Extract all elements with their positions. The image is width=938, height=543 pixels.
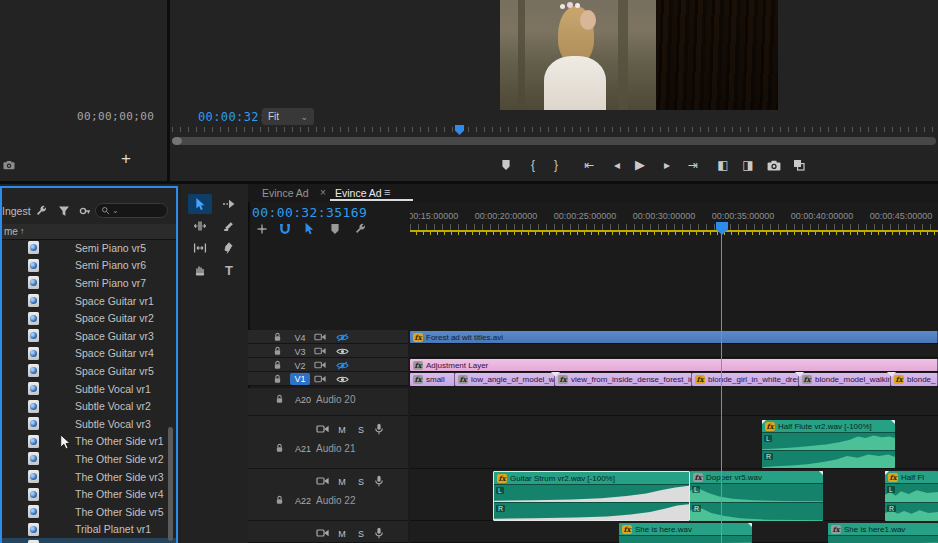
pen-tool[interactable] [217,238,241,258]
lock-icon[interactable] [275,495,284,505]
voiceover-mic-icon[interactable] [374,527,384,539]
ingest-label[interactable]: Ingest [2,205,31,217]
sync-lock-icon[interactable] [314,374,326,384]
ingest-settings-wrench-icon[interactable] [35,205,47,217]
clip-a21-half-flute[interactable]: fxHalf Flute vr2.wav [-100%] L R [762,420,895,468]
lock-icon[interactable] [273,346,282,356]
mute-button[interactable]: M [336,529,348,539]
list-item[interactable]: The Other Side vr5 [2,503,176,521]
clip-v4-forest-ad[interactable]: fx Forest ad wit titles.avi [410,331,938,343]
clip-a23-she-is-here[interactable]: fxShe is here.wav [619,523,752,543]
sync-lock-icon[interactable] [314,332,326,342]
step-forward-button[interactable]: ▸ [657,155,677,175]
clip-a22-guitar-strum-selected[interactable]: fxGuitar Strum vr2.wav [-100%] L R [493,471,690,521]
track-header-a22[interactable]: M S A22 Audio 22 [248,469,408,521]
linked-selection-icon[interactable] [304,222,315,236]
list-item[interactable]: Semi Piano vr5 [2,239,176,257]
list-scrollbar-thumb[interactable] [168,427,173,541]
nest-toggle-icon[interactable] [256,223,268,235]
razor-tool[interactable] [217,216,241,236]
list-item[interactable]: Space Guitar vr1 [2,292,176,310]
clip-v2-adjustment-layer[interactable]: fx Adjustment Layer [410,359,938,371]
slip-tool[interactable] [188,238,212,258]
go-to-out-button[interactable]: ⇥ [683,155,703,175]
track-select-forward-tool[interactable] [217,194,241,214]
list-item[interactable]: Semi Piano vr6 [2,257,176,275]
track-label-v3[interactable]: V3 [290,346,310,358]
eye-icon[interactable] [336,347,349,356]
clip-v1-blonde[interactable]: fxblonde_ [891,373,938,386]
timeline-ruler[interactable]: 00:00:15:00000 00:00:20:00000 00:00:25:0… [410,208,938,230]
clip-v1-blonde-girl[interactable]: fxblonde_girl_in_white_dress_ [692,373,799,386]
step-back-button[interactable]: ◂ [607,155,627,175]
eye-off-icon[interactable] [336,333,349,342]
solo-button[interactable]: S [355,529,367,539]
solo-button[interactable]: S [355,425,367,435]
list-item[interactable]: Semi Piano vr7 [2,274,176,292]
list-item[interactable]: The Other Side vr3 [2,468,176,486]
type-tool[interactable]: T [217,260,241,280]
export-frame-button[interactable] [764,155,784,175]
track-header-a21[interactable]: M S A21 Audio 21 [248,416,408,469]
list-item[interactable]: The Other Side vr2 [2,450,176,468]
eye-off-icon[interactable] [336,361,349,370]
name-column-header[interactable]: me [4,226,18,237]
add-marker-button[interactable] [496,155,516,175]
list-item[interactable]: The Other Side vr1 [2,433,176,451]
clip-v1-small[interactable]: fxsmall [410,373,455,386]
eye-icon[interactable] [336,375,349,384]
tab-sequence-inactive[interactable]: Evince Ad [262,187,309,199]
track-header-v2[interactable]: V2 [248,358,408,372]
track-header-a23[interactable]: M S [248,521,408,543]
ripple-edit-tool[interactable] [188,216,212,236]
list-item[interactable]: Subtle Vocal vr1 [2,380,176,398]
lock-icon[interactable] [275,443,284,453]
program-playhead[interactable] [455,125,464,135]
lock-icon[interactable] [273,332,282,342]
list-item[interactable]: Space Guitar vr4 [2,345,176,363]
track-label-a22[interactable]: A22 [295,496,311,506]
list-item[interactable]: Tribal Planet vr1 [2,521,176,539]
filter-funnel-icon[interactable] [58,205,70,217]
track-name-a21[interactable]: Audio 21 [316,443,355,454]
program-scrollbar-knob[interactable] [172,137,182,145]
clip-v1-blonde-model[interactable]: fxblonde_model_walkin [799,373,891,386]
track-label-v2[interactable]: V2 [290,360,310,372]
play-button[interactable]: ▶ [630,155,650,175]
clip-a22-half-flute-2[interactable]: fxHalf Fl L R [885,471,938,521]
lock-icon[interactable] [275,394,284,404]
track-content-v3[interactable] [410,344,938,358]
list-header[interactable]: me ↑ [2,224,176,240]
track-header-v1[interactable]: V1 [248,372,408,386]
track-header-v3[interactable]: V3 [248,344,408,358]
sync-lock-icon[interactable] [314,360,326,370]
track-header-a20[interactable]: A20 Audio 20 [248,388,408,416]
lift-button[interactable]: ◧ [713,155,733,175]
voiceover-mic-icon[interactable] [374,423,384,435]
tab-close-icon[interactable]: × [320,187,326,198]
track-content-a20[interactable] [410,388,938,416]
list-item[interactable]: Space Guitar vr2 [2,309,176,327]
track-label-a20[interactable]: A20 [295,395,311,405]
clip-v1-view-from-inside[interactable]: fxview_from_inside_dense_forest_in_a [555,373,692,386]
lock-icon[interactable] [273,374,282,384]
clip-v1-low-angle[interactable]: fxlow_angle_of_model_wal [455,373,555,386]
list-item[interactable]: Space Guitar vr5 [2,362,176,380]
extract-button[interactable]: ◨ [738,155,758,175]
track-name-a20[interactable]: Audio 20 [316,394,355,405]
sync-lock-icon[interactable] [316,476,329,486]
mute-button[interactable]: M [336,425,348,435]
source-timecode[interactable]: 00;00;00;00 [77,110,154,123]
snap-magnet-icon[interactable] [279,223,291,235]
go-to-in-button[interactable]: ⇤ [579,155,599,175]
button-editor-button[interactable] [789,155,809,175]
program-time-ruler[interactable] [172,127,936,132]
track-name-a22[interactable]: Audio 22 [316,495,355,506]
voiceover-mic-icon[interactable] [374,475,384,487]
hand-tool[interactable] [188,260,212,280]
mark-out-button[interactable]: } [546,155,566,175]
add-button[interactable]: + [121,149,131,169]
list-item[interactable]: Space Guitar vr3 [2,327,176,345]
list-item[interactable]: Subtle Vocal vr2 [2,397,176,415]
track-label-v4[interactable]: V4 [290,332,310,344]
